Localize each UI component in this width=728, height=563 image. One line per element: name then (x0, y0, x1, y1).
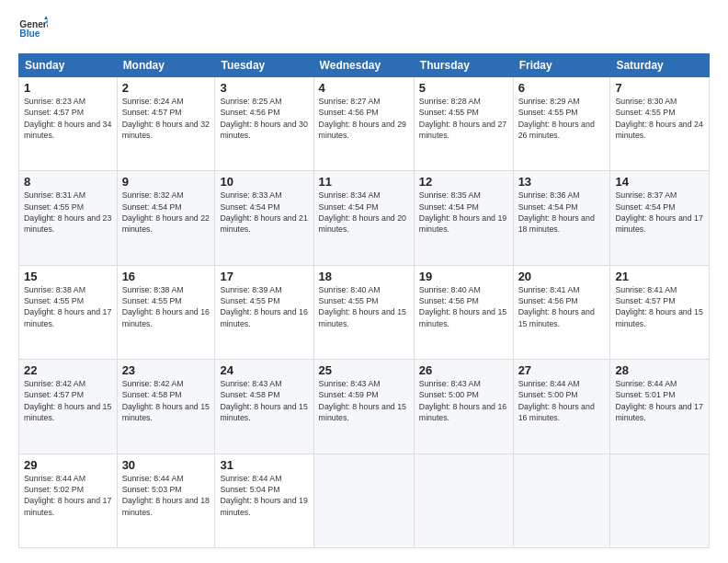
header: General Blue (18, 15, 710, 44)
day-number: 24 (220, 363, 308, 377)
calendar-cell: 15 Sunrise: 8:38 AM Sunset: 4:55 PM Dayl… (19, 265, 118, 359)
calendar-cell: 20 Sunrise: 8:41 AM Sunset: 4:56 PM Dayl… (513, 265, 610, 359)
day-number: 8 (24, 175, 112, 189)
calendar-cell: 8 Sunrise: 8:31 AM Sunset: 4:55 PM Dayli… (19, 171, 118, 265)
calendar-cell: 7 Sunrise: 8:30 AM Sunset: 4:55 PM Dayli… (610, 77, 710, 171)
weekday-header-monday: Monday (117, 54, 215, 77)
day-info: Sunrise: 8:25 AM Sunset: 4:56 PM Dayligh… (220, 96, 308, 141)
day-info: Sunrise: 8:41 AM Sunset: 4:57 PM Dayligh… (615, 284, 704, 329)
calendar-cell: 1 Sunrise: 8:23 AM Sunset: 4:57 PM Dayli… (19, 77, 118, 171)
day-info: Sunrise: 8:43 AM Sunset: 5:00 PM Dayligh… (419, 378, 508, 423)
day-info: Sunrise: 8:44 AM Sunset: 5:02 PM Dayligh… (24, 473, 112, 518)
day-info: Sunrise: 8:44 AM Sunset: 5:03 PM Dayligh… (122, 473, 210, 518)
calendar-cell: 26 Sunrise: 8:43 AM Sunset: 5:00 PM Dayl… (414, 360, 513, 454)
calendar-cell: 4 Sunrise: 8:27 AM Sunset: 4:56 PM Dayli… (313, 77, 414, 171)
day-number: 9 (122, 175, 210, 189)
calendar-cell: 18 Sunrise: 8:40 AM Sunset: 4:55 PM Dayl… (313, 265, 414, 359)
day-info: Sunrise: 8:43 AM Sunset: 4:59 PM Dayligh… (319, 378, 409, 423)
logo: General Blue (18, 15, 48, 44)
day-number: 15 (24, 270, 112, 283)
day-info: Sunrise: 8:31 AM Sunset: 4:55 PM Dayligh… (24, 190, 112, 235)
calendar-cell: 28 Sunrise: 8:44 AM Sunset: 5:01 PM Dayl… (610, 360, 710, 454)
week-row-1: 1 Sunrise: 8:23 AM Sunset: 4:57 PM Dayli… (19, 77, 710, 171)
calendar-cell: 22 Sunrise: 8:42 AM Sunset: 4:57 PM Dayl… (19, 360, 118, 454)
weekday-header-tuesday: Tuesday (215, 54, 313, 77)
day-number: 30 (122, 458, 210, 472)
calendar-cell: 10 Sunrise: 8:33 AM Sunset: 4:54 PM Dayl… (215, 171, 313, 265)
svg-marker-2 (44, 16, 48, 19)
calendar-cell: 3 Sunrise: 8:25 AM Sunset: 4:56 PM Dayli… (215, 77, 313, 171)
day-number: 10 (220, 175, 308, 189)
day-number: 20 (518, 270, 606, 283)
day-number: 25 (319, 363, 409, 377)
day-number: 29 (24, 458, 112, 472)
day-number: 22 (24, 363, 112, 377)
calendar-cell: 30 Sunrise: 8:44 AM Sunset: 5:03 PM Dayl… (117, 454, 215, 547)
day-number: 28 (615, 363, 704, 377)
calendar-cell: 9 Sunrise: 8:32 AM Sunset: 4:54 PM Dayli… (117, 171, 215, 265)
calendar-cell: 31 Sunrise: 8:44 AM Sunset: 5:04 PM Dayl… (215, 454, 313, 547)
day-number: 2 (122, 81, 210, 95)
weekday-header-wednesday: Wednesday (313, 54, 414, 77)
calendar-cell: 24 Sunrise: 8:43 AM Sunset: 4:58 PM Dayl… (215, 360, 313, 454)
calendar-cell: 25 Sunrise: 8:43 AM Sunset: 4:59 PM Dayl… (313, 360, 414, 454)
calendar-cell: 23 Sunrise: 8:42 AM Sunset: 4:58 PM Dayl… (117, 360, 215, 454)
day-info: Sunrise: 8:33 AM Sunset: 4:54 PM Dayligh… (220, 190, 308, 235)
weekday-header-sunday: Sunday (19, 54, 118, 77)
calendar-cell: 29 Sunrise: 8:44 AM Sunset: 5:02 PM Dayl… (19, 454, 118, 547)
calendar-table: SundayMondayTuesdayWednesdayThursdayFrid… (18, 53, 710, 548)
calendar-cell: 14 Sunrise: 8:37 AM Sunset: 4:54 PM Dayl… (610, 171, 710, 265)
week-row-4: 22 Sunrise: 8:42 AM Sunset: 4:57 PM Dayl… (19, 360, 710, 454)
calendar-cell: 21 Sunrise: 8:41 AM Sunset: 4:57 PM Dayl… (610, 265, 710, 359)
weekday-header-row: SundayMondayTuesdayWednesdayThursdayFrid… (19, 54, 710, 77)
day-number: 5 (419, 81, 508, 95)
day-info: Sunrise: 8:38 AM Sunset: 4:55 PM Dayligh… (24, 284, 112, 329)
day-number: 12 (419, 175, 508, 189)
week-row-5: 29 Sunrise: 8:44 AM Sunset: 5:02 PM Dayl… (19, 454, 710, 547)
day-info: Sunrise: 8:42 AM Sunset: 4:58 PM Dayligh… (122, 378, 210, 423)
day-number: 19 (419, 270, 508, 283)
day-info: Sunrise: 8:41 AM Sunset: 4:56 PM Dayligh… (518, 284, 606, 329)
weekday-header-friday: Friday (513, 54, 610, 77)
calendar-cell (313, 454, 414, 547)
calendar-cell: 12 Sunrise: 8:35 AM Sunset: 4:54 PM Dayl… (414, 171, 513, 265)
svg-text:General: General (19, 19, 48, 29)
day-info: Sunrise: 8:36 AM Sunset: 4:54 PM Dayligh… (518, 190, 606, 235)
calendar-cell: 27 Sunrise: 8:44 AM Sunset: 5:00 PM Dayl… (513, 360, 610, 454)
day-number: 1 (24, 81, 112, 95)
week-row-3: 15 Sunrise: 8:38 AM Sunset: 4:55 PM Dayl… (19, 265, 710, 359)
calendar-cell (513, 454, 610, 547)
day-info: Sunrise: 8:44 AM Sunset: 5:00 PM Dayligh… (518, 378, 606, 423)
day-info: Sunrise: 8:42 AM Sunset: 4:57 PM Dayligh… (24, 378, 112, 423)
day-number: 6 (518, 81, 606, 95)
day-number: 3 (220, 81, 308, 95)
day-number: 13 (518, 175, 606, 189)
day-info: Sunrise: 8:40 AM Sunset: 4:55 PM Dayligh… (319, 284, 409, 329)
page: General Blue SundayMondayTuesdayWednesda… (0, 0, 728, 563)
svg-text:Blue: Blue (19, 29, 40, 39)
day-number: 4 (319, 81, 409, 95)
calendar-cell (610, 454, 710, 547)
day-number: 26 (419, 363, 508, 377)
day-number: 17 (220, 270, 308, 283)
day-info: Sunrise: 8:35 AM Sunset: 4:54 PM Dayligh… (419, 190, 508, 235)
day-info: Sunrise: 8:39 AM Sunset: 4:55 PM Dayligh… (220, 284, 308, 329)
calendar-cell: 6 Sunrise: 8:29 AM Sunset: 4:55 PM Dayli… (513, 77, 610, 171)
day-number: 14 (615, 175, 704, 189)
logo-icon: General Blue (18, 15, 48, 44)
calendar-cell: 16 Sunrise: 8:38 AM Sunset: 4:55 PM Dayl… (117, 265, 215, 359)
day-info: Sunrise: 8:37 AM Sunset: 4:54 PM Dayligh… (615, 190, 704, 235)
day-info: Sunrise: 8:32 AM Sunset: 4:54 PM Dayligh… (122, 190, 210, 235)
day-info: Sunrise: 8:34 AM Sunset: 4:54 PM Dayligh… (319, 190, 409, 235)
calendar-cell: 11 Sunrise: 8:34 AM Sunset: 4:54 PM Dayl… (313, 171, 414, 265)
day-number: 18 (319, 270, 409, 283)
day-info: Sunrise: 8:29 AM Sunset: 4:55 PM Dayligh… (518, 96, 606, 141)
day-info: Sunrise: 8:30 AM Sunset: 4:55 PM Dayligh… (615, 96, 704, 141)
day-info: Sunrise: 8:28 AM Sunset: 4:55 PM Dayligh… (419, 96, 508, 141)
day-number: 11 (319, 175, 409, 189)
calendar-cell: 5 Sunrise: 8:28 AM Sunset: 4:55 PM Dayli… (414, 77, 513, 171)
day-number: 21 (615, 270, 704, 283)
day-info: Sunrise: 8:40 AM Sunset: 4:56 PM Dayligh… (419, 284, 508, 329)
weekday-header-thursday: Thursday (414, 54, 513, 77)
calendar-cell: 19 Sunrise: 8:40 AM Sunset: 4:56 PM Dayl… (414, 265, 513, 359)
